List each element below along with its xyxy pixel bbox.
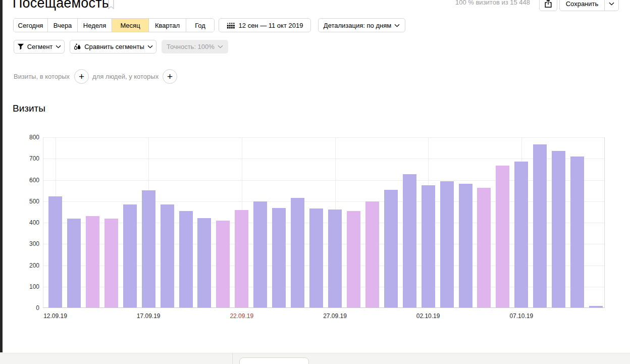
segment-label: Сегмент — [27, 43, 53, 50]
y-axis-label: 800 — [18, 134, 39, 141]
bottom-panel — [0, 353, 630, 364]
period-tab-5[interactable]: Квартал — [149, 19, 186, 32]
bar-16.09.19[interactable] — [123, 204, 137, 307]
bar-01.10.19[interactable] — [403, 174, 416, 307]
add-people-filter-button[interactable]: + — [163, 69, 177, 84]
accuracy-button[interactable]: Точность: 100% — [162, 40, 228, 54]
y-axis-label: 500 — [18, 198, 39, 205]
y-gridline — [43, 159, 604, 159]
sampling-summary: 100 % визитов из 15 448 — [455, 0, 530, 6]
save-dropdown-button[interactable] — [604, 0, 618, 11]
bar-26.09.19[interactable] — [309, 209, 323, 307]
compare-segments-button[interactable]: Сравнить сегменты — [70, 40, 156, 54]
period-tab-1[interactable]: Сегодня — [14, 19, 48, 32]
visits-filter-label: Визиты, в которых — [14, 73, 70, 80]
metrica-traffic-report-page: Посещаемость 100 % визитов из 15 448 Сох… — [0, 0, 630, 364]
save-button-label[interactable]: Сохранить — [560, 0, 604, 8]
select-goal-button[interactable]: Выберите цель — [239, 357, 309, 364]
bar-22.09.19[interactable] — [235, 210, 248, 308]
bar-20.09.19[interactable] — [197, 218, 211, 307]
y-axis-label: 100 — [18, 283, 39, 290]
bar-06.10.19[interactable] — [496, 166, 509, 307]
bar-17.09.19[interactable] — [142, 190, 155, 307]
segment-button[interactable]: Сегмент — [14, 40, 65, 54]
compare-segments-label: Сравнить сегменты — [84, 43, 144, 50]
window-edge-strip — [0, 0, 3, 352]
y-axis-label: 600 — [18, 177, 39, 184]
bar-24.09.19[interactable] — [272, 208, 286, 307]
export-icon — [545, 0, 552, 8]
bar-18.09.19[interactable] — [161, 204, 174, 307]
chevron-down-icon — [56, 45, 61, 48]
y-axis-label: 700 — [18, 155, 39, 162]
y-axis-label: 200 — [18, 262, 39, 269]
bar-29.09.19[interactable] — [365, 201, 379, 307]
chevron-down-icon — [609, 2, 614, 6]
funnel-icon — [17, 43, 24, 50]
bar-05.10.19[interactable] — [477, 188, 491, 307]
bar-14.09.19[interactable] — [86, 216, 99, 307]
x-axis-label: 17.09.19 — [132, 313, 165, 320]
chevron-down-icon — [218, 45, 223, 48]
accuracy-label: Точность: 100% — [167, 43, 215, 50]
add-visits-filter-button[interactable]: + — [74, 69, 89, 84]
bar-23.09.19[interactable] — [253, 201, 267, 307]
period-tab-3[interactable]: Неделя — [78, 19, 112, 32]
bar-12.09.19[interactable] — [48, 196, 62, 307]
export-button[interactable] — [539, 0, 557, 11]
x-axis-label: 07.10.19 — [505, 313, 538, 320]
x-axis-label: 02.10.19 — [412, 313, 444, 320]
x-axis-label: 12.09.19 — [39, 313, 72, 320]
bar-27.09.19[interactable] — [328, 210, 342, 307]
bar-15.09.19[interactable] — [104, 219, 118, 307]
bar-03.10.19[interactable] — [440, 181, 454, 307]
detalization-label: Детализация: по дням — [324, 22, 391, 29]
chart-title: Визиты — [13, 103, 45, 114]
bar-02.10.19[interactable] — [422, 185, 435, 307]
chevron-down-icon — [147, 45, 153, 48]
x-axis-label: 27.09.19 — [319, 313, 351, 320]
compare-segments-icon — [73, 43, 81, 50]
period-tab-6[interactable]: Год — [186, 19, 214, 32]
bar-13.09.19[interactable] — [67, 219, 81, 307]
bar-25.09.19[interactable] — [291, 198, 304, 307]
chevron-down-icon — [394, 24, 400, 27]
y-axis-label: 0 — [18, 304, 39, 311]
people-filter-label: для людей, у которых — [92, 73, 159, 80]
bookmark-icon[interactable] — [108, 0, 115, 10]
bar-19.09.19[interactable] — [179, 211, 193, 307]
detalization-button[interactable]: Детализация: по дням — [318, 18, 405, 32]
bar-07.10.19[interactable] — [514, 162, 528, 307]
bar-11.10.19[interactable] — [589, 306, 603, 307]
bar-30.09.19[interactable] — [384, 190, 398, 307]
bar-28.09.19[interactable] — [347, 211, 360, 307]
date-range-button[interactable]: 12 сен — 11 окт 2019 — [219, 18, 311, 32]
visits-bar-chart: 010020030040050060070080012.09.1917.09.1… — [43, 137, 605, 308]
calendar-icon — [227, 22, 235, 29]
bar-08.10.19[interactable] — [533, 144, 547, 307]
x-axis-label: 22.09.19 — [226, 313, 258, 320]
bar-04.10.19[interactable] — [459, 184, 472, 308]
bar-09.10.19[interactable] — [552, 151, 565, 308]
save-button[interactable]: Сохранить — [559, 0, 619, 11]
y-gridline — [43, 137, 604, 138]
period-tab-2[interactable]: Вчера — [48, 19, 78, 32]
y-axis-label: 300 — [18, 240, 39, 247]
bottom-panel-divider — [232, 353, 233, 364]
period-tab-4[interactable]: Месяц — [112, 19, 149, 32]
period-tabs: СегодняВчераНеделяМесяцКварталГод — [13, 18, 215, 32]
y-axis-label: 400 — [18, 219, 39, 226]
page-title: Посещаемость — [13, 0, 109, 11]
date-range-label: 12 сен — 11 окт 2019 — [239, 22, 303, 29]
bar-10.10.19[interactable] — [570, 157, 584, 307]
bar-21.09.19[interactable] — [216, 221, 230, 307]
